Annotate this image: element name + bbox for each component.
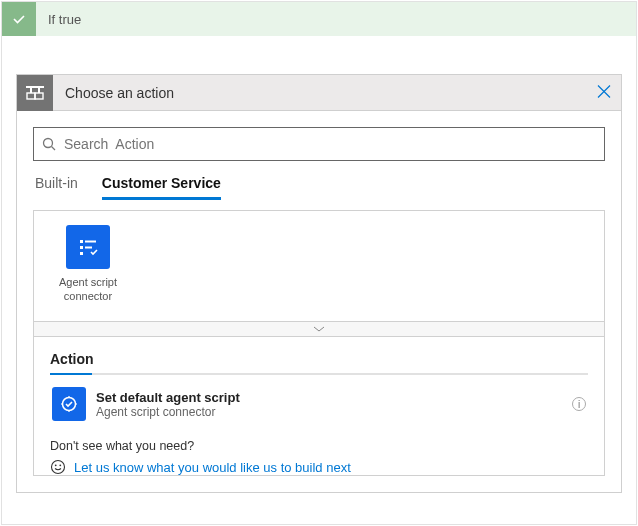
svg-point-18 [55, 464, 57, 466]
svg-rect-3 [27, 93, 35, 99]
action-selector-icon [17, 75, 53, 111]
search-input-wrap[interactable] [33, 127, 605, 161]
chevron-down-icon [313, 326, 325, 332]
feedback-link-text: Let us know what you would like us to bu… [74, 460, 351, 475]
search-icon [42, 137, 56, 151]
svg-rect-8 [85, 241, 96, 243]
svg-rect-9 [80, 246, 83, 249]
connector-agent-script[interactable]: Agent script connector [48, 225, 128, 304]
expand-connectors[interactable] [34, 321, 604, 337]
svg-point-5 [44, 139, 53, 148]
action-set-default-agent-script[interactable]: Set default agent script Agent script co… [50, 375, 588, 425]
svg-rect-1 [30, 88, 32, 93]
tab-customer-service[interactable]: Customer Service [102, 175, 221, 200]
connector-label: Agent script connector [48, 275, 128, 304]
list-check-icon [66, 225, 110, 269]
svg-rect-10 [85, 247, 92, 249]
svg-line-6 [52, 147, 56, 151]
action-item-name: Set default agent script [96, 390, 572, 405]
feedback-link[interactable]: Let us know what you would like us to bu… [50, 459, 588, 475]
search-input[interactable] [62, 135, 596, 153]
svg-rect-11 [80, 252, 83, 255]
info-icon[interactable]: i [572, 397, 586, 411]
smiley-icon [50, 459, 66, 475]
tabs: Built-in Customer Service [33, 175, 605, 200]
tab-built-in[interactable]: Built-in [35, 175, 78, 200]
svg-rect-7 [80, 240, 83, 243]
check-icon [2, 2, 36, 36]
panel-title: Choose an action [53, 85, 174, 101]
svg-point-17 [52, 461, 65, 474]
svg-point-19 [59, 464, 61, 466]
footer-question: Don't see what you need? [50, 439, 588, 453]
action-section-title: Action [50, 351, 588, 375]
action-item-sub: Agent script connector [96, 405, 572, 419]
condition-header: If true [2, 2, 636, 36]
circle-check-icon [52, 387, 86, 421]
svg-rect-4 [35, 93, 43, 99]
svg-rect-2 [38, 88, 40, 93]
panel-header: Choose an action [17, 75, 621, 111]
condition-title: If true [36, 2, 81, 36]
svg-rect-0 [26, 86, 44, 88]
choose-action-panel: Choose an action Built-in Customer Servi… [16, 74, 622, 493]
close-icon[interactable] [597, 82, 611, 103]
